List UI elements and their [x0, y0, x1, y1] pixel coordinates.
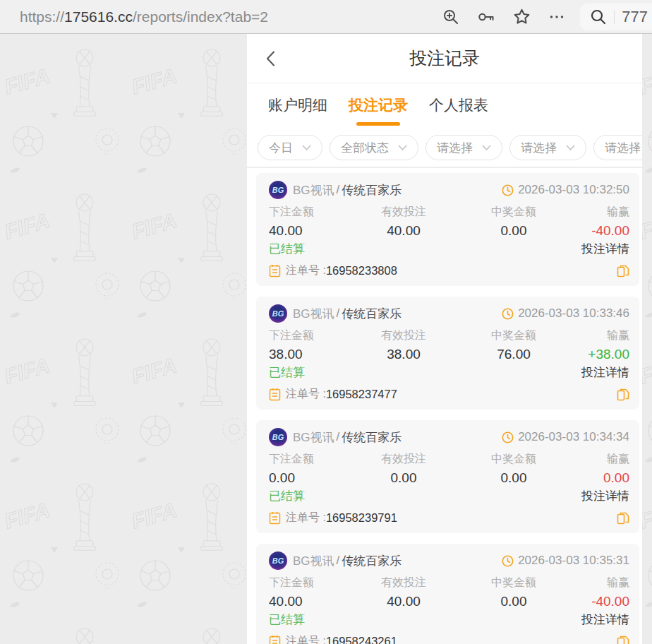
bet-record-card: BG BG视讯 / 传统百家乐 2026-03-03 10:35:31 下注金额… — [256, 544, 639, 644]
order-number-value: 16958243261 — [326, 635, 397, 644]
bookmark-button[interactable] — [512, 8, 531, 26]
zoom-in-button[interactable] — [442, 8, 460, 26]
search-divider — [614, 10, 615, 24]
valid-bet-label: 有效投注 — [349, 576, 459, 590]
clock-icon — [502, 555, 514, 567]
filter-dropdown-2[interactable]: 请选择 — [425, 135, 502, 160]
browser-toolbar: https://175616.cc/reports/index?tab=2 — [0, 0, 652, 34]
profit-label: 输赢 — [569, 576, 629, 590]
provider-game-separator: / — [337, 306, 340, 321]
chevron-down-icon — [482, 145, 491, 151]
page-title: 投注记录 — [409, 47, 480, 70]
main-area: FIFA — [0, 34, 652, 644]
tab-1[interactable]: 投注记录 — [349, 95, 408, 115]
profit-label: 输赢 — [569, 205, 629, 220]
game-name: 传统百家乐 — [342, 429, 402, 446]
order-number-value: 16958239791 — [326, 511, 397, 525]
provider-logo: BG — [269, 181, 287, 199]
copy-button[interactable] — [617, 635, 629, 644]
app-panel: 投注记录 账户明细投注记录个人报表 今日 全部状态 请选择 请选择 请选择 — [247, 34, 642, 644]
bet-amount-label: 下注金额 — [269, 205, 349, 220]
order-note-icon — [269, 511, 281, 525]
win-amount-value: 0.00 — [459, 223, 569, 239]
search-icon — [590, 8, 607, 25]
url-bar[interactable]: https://175616.cc/reports/index?tab=2 — [20, 8, 268, 25]
order-number-label: 注单号 : — [286, 511, 326, 525]
filter-dropdown-0[interactable]: 今日 — [258, 135, 322, 160]
tab-0[interactable]: 账户明细 — [268, 95, 327, 115]
valid-bet-value: 40.00 — [349, 223, 459, 239]
profit-value: -40.00 — [569, 594, 629, 609]
bet-record-card: BG BG视讯 / 传统百家乐 2026-03-03 10:32:50 下注金额… — [256, 173, 639, 286]
filter-dropdown-3[interactable]: 请选择 — [509, 135, 586, 160]
order-note-icon — [269, 635, 281, 644]
order-note-icon — [269, 388, 281, 401]
copy-icon — [617, 264, 629, 278]
copy-button[interactable] — [617, 511, 629, 525]
password-button[interactable] — [477, 8, 495, 26]
bet-detail-link[interactable]: 投注详情 — [581, 612, 629, 628]
status-badge: 已结算 — [269, 364, 305, 381]
provider-name: BG视讯 — [293, 306, 334, 322]
url-scheme: https:// — [20, 8, 64, 25]
copy-button[interactable] — [617, 264, 629, 278]
filter-label: 请选择 — [521, 140, 557, 156]
bet-amount-label: 下注金额 — [269, 452, 349, 467]
key-icon — [477, 8, 495, 26]
provider-name: BG视讯 — [293, 429, 334, 446]
star-icon — [513, 8, 531, 25]
game-name: 传统百家乐 — [342, 306, 402, 322]
order-number-label: 注单号 : — [286, 387, 326, 402]
copy-button[interactable] — [617, 388, 629, 402]
game-name: 传统百家乐 — [342, 553, 402, 569]
back-chevron-icon — [265, 50, 276, 67]
filter-label: 今日 — [269, 140, 293, 156]
profit-value: -40.00 — [569, 223, 629, 239]
profit-label: 输赢 — [569, 328, 629, 343]
bet-record-card: BG BG视讯 / 传统百家乐 2026-03-03 10:34:34 下注金额… — [256, 420, 639, 533]
order-number-label: 注单号 : — [286, 634, 326, 644]
game-name: 传统百家乐 — [342, 182, 402, 198]
provider-name: BG视讯 — [293, 182, 334, 198]
provider-game-separator: / — [337, 183, 340, 197]
tab-2[interactable]: 个人报表 — [429, 95, 488, 115]
bet-amount-label: 下注金额 — [269, 576, 349, 590]
copy-icon — [617, 635, 629, 644]
chevron-down-icon — [302, 145, 311, 151]
zoom-in-icon — [442, 8, 459, 25]
win-amount-value: 76.00 — [459, 347, 569, 362]
back-button[interactable] — [265, 34, 276, 83]
more-icon — [548, 8, 565, 25]
provider-game-separator: / — [337, 430, 340, 444]
order-number-label: 注单号 : — [286, 263, 326, 278]
record-time: 2026-03-03 10:33:46 — [518, 306, 629, 321]
bet-detail-link[interactable]: 投注详情 — [581, 364, 629, 381]
bet-amount-value: 0.00 — [269, 470, 349, 486]
status-badge: 已结算 — [269, 488, 305, 504]
provider-logo: BG — [269, 551, 287, 570]
copy-icon — [617, 511, 629, 525]
bet-detail-link[interactable]: 投注详情 — [581, 241, 629, 257]
search-box[interactable]: 777 — [580, 4, 652, 30]
valid-bet-value: 38.00 — [349, 347, 459, 362]
provider-logo: BG — [269, 428, 287, 446]
bet-detail-link[interactable]: 投注详情 — [581, 488, 629, 504]
more-menu-button[interactable] — [548, 8, 566, 26]
filter-label: 请选择 — [605, 140, 641, 156]
record-time: 2026-03-03 10:35:31 — [518, 554, 629, 568]
filter-dropdown-4[interactable]: 请选择 — [593, 135, 642, 160]
copy-icon — [617, 388, 629, 402]
record-time: 2026-03-03 10:34:34 — [518, 430, 629, 444]
valid-bet-value: 40.00 — [349, 594, 459, 609]
win-amount-label: 中奖金额 — [459, 328, 569, 343]
bet-record-card: BG BG视讯 / 传统百家乐 2026-03-03 10:33:46 下注金额… — [256, 297, 639, 410]
filter-label: 全部状态 — [341, 140, 389, 156]
chevron-down-icon — [566, 145, 575, 151]
win-amount-value: 0.00 — [459, 594, 569, 609]
filter-dropdown-1[interactable]: 全部状态 — [330, 135, 418, 160]
filter-label: 请选择 — [437, 140, 473, 156]
win-amount-label: 中奖金额 — [459, 205, 569, 220]
valid-bet-label: 有效投注 — [349, 205, 459, 220]
bet-amount-value: 40.00 — [269, 594, 349, 609]
url-domain: 175616.cc — [64, 8, 133, 25]
